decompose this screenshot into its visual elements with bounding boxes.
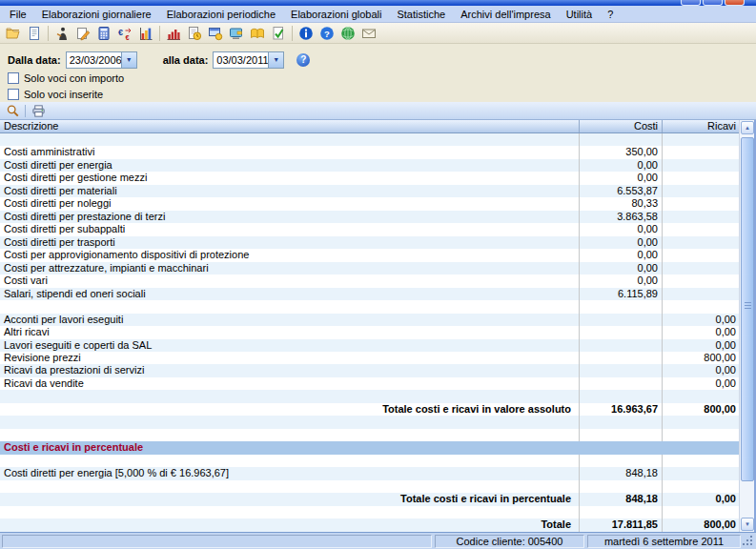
table-row[interactable]: Costi per attrezzature, impianti e macch… — [0, 262, 754, 274]
row-costi-cell: 6.553,87 — [579, 185, 662, 197]
menu-item-elaborazioni-giornaliere[interactable]: Elaborazioni giornaliere — [34, 7, 159, 22]
row-description-cell: Costi diretti per gestione mezzi — [0, 172, 579, 184]
menu-item-utilit[interactable]: Utilità — [559, 7, 601, 22]
globe-button[interactable] — [337, 24, 358, 43]
row-description-cell: Ricavi da vendite — [0, 377, 579, 390]
row-ricavi-cell — [662, 480, 740, 493]
table-row[interactable]: Costi diretti per subappalti0,00 — [0, 223, 754, 235]
help-button[interactable]: ? — [317, 24, 337, 43]
menu-item-archivi-dell-impresa[interactable]: Archivi dell'impresa — [453, 7, 558, 22]
table-row[interactable]: Costi amministrativi350,00 — [0, 146, 754, 158]
row-description-cell — [0, 133, 579, 146]
scroll-down-icon[interactable]: ▼ — [741, 518, 754, 531]
from-date-combobox[interactable]: 23/03/2006 ▼ — [66, 51, 137, 69]
from-date-dropdown-icon[interactable]: ▼ — [121, 52, 136, 68]
row-description-cell: Altri ricavi — [0, 326, 579, 338]
row-costi-cell — [579, 364, 662, 376]
table-row[interactable]: Costi diretti per trasporti0,00 — [0, 236, 754, 249]
clock-document-button[interactable] — [184, 24, 205, 43]
table-row[interactable]: Costi diretti per energia0,00 — [0, 159, 754, 172]
maximize-button[interactable] — [703, 0, 723, 6]
menu-item-statistiche[interactable]: Statistiche — [389, 7, 453, 22]
row-ricavi-cell: 0,00 — [662, 339, 740, 352]
from-date-value[interactable]: 23/03/2006 — [67, 52, 121, 68]
bar-chart-button[interactable] — [135, 24, 156, 43]
print-icon — [31, 104, 46, 118]
to-date-combobox[interactable]: 03/03/2011 ▼ — [213, 51, 284, 69]
document-button[interactable] — [24, 24, 45, 43]
menu-item-elaborazioni-periodiche[interactable]: Elaborazioni periodiche — [159, 7, 283, 22]
monitor-money-button[interactable] — [205, 24, 226, 43]
row-ricavi-cell — [662, 455, 740, 467]
table-row[interactable]: Costi diretti per gestione mezzi0,00 — [0, 172, 754, 184]
check-document-button[interactable] — [268, 24, 289, 43]
table-row: Totale17.811,85800,00 — [0, 518, 754, 531]
tv-money-button[interactable] — [226, 24, 247, 43]
table-row[interactable]: Acconti per lavori eseguiti0,00 — [0, 314, 754, 326]
table-row[interactable]: Costi diretti per prestazione di terzi3.… — [0, 211, 754, 223]
vertical-scrollbar[interactable]: ▲ ▼ — [739, 120, 754, 532]
row-description-cell: Salari, stipendi ed oneri sociali — [0, 288, 579, 300]
info-button[interactable] — [296, 24, 317, 43]
row-costi-cell — [579, 455, 662, 467]
row-ricavi-cell — [662, 236, 740, 249]
toolbar-separator — [48, 26, 49, 41]
euro-exchange-button[interactable]: €€ — [114, 24, 135, 43]
menu-item-elaborazioni-globali[interactable]: Elaborazioni globali — [283, 7, 389, 22]
table-row[interactable]: Ricavi da vendite0,00 — [0, 377, 754, 390]
table-row[interactable]: Lavori eseguiti e coperti da SAL0,00 — [0, 339, 754, 352]
table-row[interactable]: Costi diretti per materiali6.553,87 — [0, 185, 754, 197]
menu-item-item[interactable]: ? — [600, 7, 621, 22]
row-costi-cell — [579, 429, 662, 441]
to-date-dropdown-icon[interactable]: ▼ — [268, 52, 283, 68]
table-body: Costi amministrativi350,00Costi diretti … — [0, 133, 754, 532]
date-help-icon[interactable]: ? — [296, 53, 310, 67]
edit-document-button[interactable] — [72, 24, 93, 43]
toolbar-separator — [25, 105, 26, 117]
table-row[interactable]: Costi vari0,00 — [0, 274, 754, 287]
table-row[interactable]: Costi diretti per noleggi80,33 — [0, 197, 754, 210]
column-header-costi[interactable]: Costi — [579, 120, 662, 132]
table-row[interactable]: Costi per approvigionamento dispositivi … — [0, 249, 754, 261]
only-items-with-amount-checkbox[interactable] — [8, 72, 19, 84]
table-row[interactable]: Ricavi da prestazioni di servizi0,00 — [0, 364, 754, 376]
row-description-cell — [0, 300, 579, 313]
row-description-cell: Costi amministrativi — [0, 146, 579, 158]
table-row[interactable]: Costi diretti per energia [5,000 % di € … — [0, 467, 754, 479]
scrollbar-thumb[interactable] — [741, 137, 754, 481]
resize-grip[interactable] — [741, 535, 754, 548]
menu-item-file[interactable]: File — [2, 7, 34, 22]
minimize-button[interactable] — [681, 0, 701, 6]
table-row — [0, 429, 754, 441]
table-row[interactable]: Salari, stipendi ed oneri sociali6.115,8… — [0, 288, 754, 300]
column-header-ricavi[interactable]: Ricavi — [662, 120, 740, 132]
column-header-descrizione[interactable]: Descrizione — [0, 120, 579, 132]
red-chart-button[interactable] — [163, 24, 184, 43]
document-icon — [27, 26, 42, 41]
table-row[interactable]: Revisione prezzi800,00 — [0, 352, 754, 364]
only-inserted-items-checkbox[interactable] — [8, 89, 19, 100]
table-row — [0, 133, 754, 146]
mail-button[interactable] — [358, 24, 379, 43]
row-costi-cell — [579, 300, 662, 313]
row-ricavi-cell: 800,00 — [662, 403, 740, 416]
only-inserted-items-row[interactable]: Solo voci inserite — [8, 88, 756, 101]
only-items-with-amount-row[interactable]: Solo voci con importo — [8, 71, 756, 85]
secondary-toolbar — [0, 102, 756, 120]
yellow-book-button[interactable] — [247, 24, 268, 43]
print-button[interactable] — [29, 103, 48, 119]
calculator-button[interactable] — [93, 24, 114, 43]
row-ricavi-cell: 0,00 — [662, 364, 740, 376]
worker-button[interactable] — [51, 24, 72, 43]
row-costi-cell — [579, 506, 662, 518]
close-button[interactable] — [725, 0, 745, 6]
edit-document-icon — [75, 26, 91, 41]
to-date-value[interactable]: 03/03/2011 — [214, 52, 268, 68]
search-button[interactable] — [3, 103, 22, 119]
row-description-cell: Ricavi da prestazioni di servizi — [0, 364, 579, 376]
scroll-up-icon[interactable]: ▲ — [741, 121, 754, 134]
open-folder-button[interactable] — [3, 24, 24, 43]
row-description-cell: Revisione prezzi — [0, 352, 579, 364]
table-row[interactable]: Altri ricavi0,00 — [0, 326, 754, 338]
row-ricavi-cell — [662, 172, 740, 184]
